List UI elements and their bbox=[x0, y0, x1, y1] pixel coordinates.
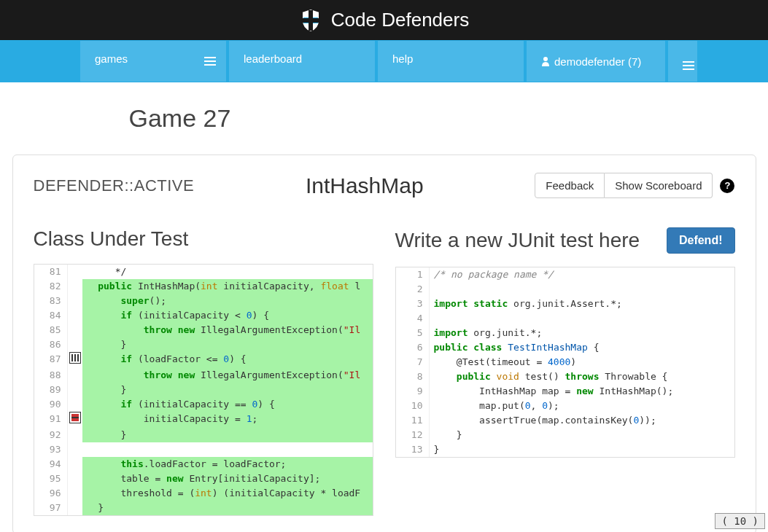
code-line[interactable]: 3import static org.junit.Assert.*; bbox=[396, 297, 734, 311]
left-panel: Class Under Test 81 */82 public IntHashM… bbox=[34, 227, 373, 516]
nav-menu[interactable] bbox=[668, 41, 697, 82]
defend-button[interactable]: Defend! bbox=[667, 227, 735, 254]
nav-user-label: demodefender (7) bbox=[554, 55, 641, 68]
flag-icon[interactable] bbox=[69, 352, 81, 364]
code-line[interactable]: 86 } bbox=[34, 337, 373, 352]
code-line[interactable]: 90 if (initialCapacity == 0) { bbox=[34, 397, 373, 412]
code-line[interactable]: 91 initialCapacity = 1; bbox=[34, 412, 373, 428]
code-line[interactable]: 95 table = new Entry[initialCapacity]; bbox=[34, 472, 373, 486]
status-label: DEFENDER::ACTIVE bbox=[34, 176, 195, 195]
code-line[interactable]: 81 */ bbox=[34, 265, 373, 279]
code-line[interactable]: 6public class TestIntHashMap { bbox=[396, 340, 734, 355]
code-line[interactable]: 84 if (initialCapacity < 0) { bbox=[34, 308, 373, 323]
code-line[interactable]: 97 } bbox=[34, 501, 373, 515]
code-line[interactable]: 82 public IntHashMap(int initialCapacity… bbox=[34, 279, 373, 294]
code-line[interactable]: 85 throw new IllegalArgumentException("I… bbox=[34, 323, 373, 337]
code-line[interactable]: 13} bbox=[396, 442, 734, 457]
test-editor[interactable]: 1/* no package name */23import static or… bbox=[395, 267, 735, 458]
scoreboard-button[interactable]: Show Scoreboard bbox=[605, 173, 713, 198]
shield-icon bbox=[299, 7, 322, 34]
hamburger-icon bbox=[683, 61, 694, 70]
right-panel: Write a new JUnit test here Defend! 1/* … bbox=[395, 227, 735, 516]
code-line[interactable]: 7 @Test(timeout = 4000) bbox=[396, 355, 734, 369]
header-buttons: Feedback Show Scoreboard ? bbox=[535, 173, 734, 198]
svg-point-3 bbox=[543, 57, 548, 61]
topbar: Code Defenders bbox=[0, 0, 768, 40]
feedback-button[interactable]: Feedback bbox=[535, 173, 605, 198]
code-line[interactable]: 8 public void test() throws Throwable { bbox=[396, 369, 734, 384]
brand[interactable]: Code Defenders bbox=[299, 7, 469, 34]
nav-user[interactable]: demodefender (7) bbox=[527, 41, 665, 82]
svg-rect-2 bbox=[302, 18, 319, 23]
code-line[interactable]: 5import org.junit.*; bbox=[396, 326, 734, 340]
corner-badge: ( 10 ) bbox=[715, 513, 765, 529]
code-line[interactable]: 93 bbox=[34, 442, 373, 457]
code-line[interactable]: 94 this.loadFactor = loadFactor; bbox=[34, 457, 373, 472]
code-line[interactable]: 87 if (loadFactor <= 0) { bbox=[34, 352, 373, 368]
code-line[interactable]: 88 throw new IllegalArgumentException("I… bbox=[34, 368, 373, 383]
code-line[interactable]: 12 } bbox=[396, 428, 734, 442]
code-line[interactable]: 1/* no package name */ bbox=[396, 267, 734, 282]
code-line[interactable]: 2 bbox=[396, 282, 734, 297]
help-icon[interactable]: ? bbox=[720, 179, 734, 193]
code-line[interactable]: 89 } bbox=[34, 383, 373, 397]
hamburger-icon bbox=[204, 57, 216, 66]
code-line[interactable]: 4 bbox=[396, 311, 734, 326]
code-line[interactable]: 83 super(); bbox=[34, 294, 373, 308]
class-title: IntHashMap bbox=[306, 173, 424, 198]
game-card: DEFENDER::ACTIVE IntHashMap Feedback Sho… bbox=[12, 154, 756, 532]
navbar: games leaderboard help demodefender (7) bbox=[0, 40, 768, 82]
nav-games-label: games bbox=[95, 52, 128, 65]
code-line[interactable]: 11 assertTrue(map.containsKey(0)); bbox=[396, 413, 734, 428]
nav-games[interactable]: games bbox=[80, 41, 226, 82]
page-title: Game 27 bbox=[129, 104, 756, 133]
code-line[interactable]: 9 IntHashMap map = new IntHashMap(); bbox=[396, 384, 734, 399]
brand-text: Code Defenders bbox=[331, 9, 469, 31]
code-line[interactable]: 96 threshold = (int) (initialCapacity * … bbox=[34, 486, 373, 501]
nav-help-label: help bbox=[392, 52, 413, 65]
left-panel-title: Class Under Test bbox=[34, 227, 189, 251]
code-line[interactable]: 10 map.put(0, 0); bbox=[396, 399, 734, 413]
user-icon bbox=[541, 56, 550, 66]
nav-help[interactable]: help bbox=[378, 41, 524, 82]
code-line[interactable]: 92 } bbox=[34, 428, 373, 442]
right-panel-title: Write a new JUnit test here bbox=[395, 229, 640, 252]
class-editor[interactable]: 81 */82 public IntHashMap(int initialCap… bbox=[34, 264, 373, 516]
mutant-icon[interactable] bbox=[69, 412, 81, 423]
nav-leaderboard-label: leaderboard bbox=[244, 52, 302, 65]
nav-leaderboard[interactable]: leaderboard bbox=[229, 41, 375, 82]
